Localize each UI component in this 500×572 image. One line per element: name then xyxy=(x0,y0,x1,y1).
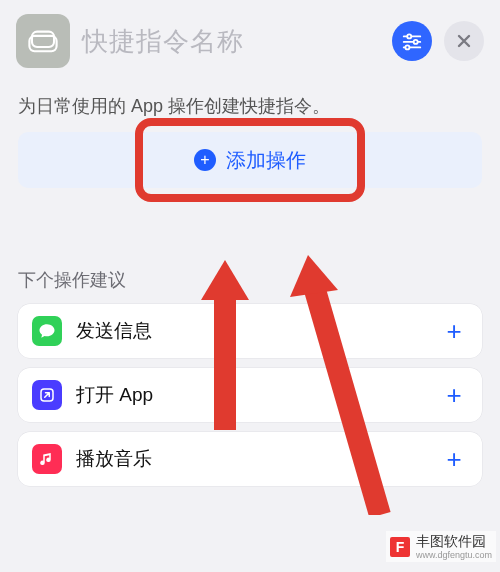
add-suggestion-button[interactable]: + xyxy=(440,317,468,345)
suggestion-label: 播放音乐 xyxy=(76,446,426,472)
suggestion-send-message[interactable]: 发送信息 + xyxy=(18,304,482,358)
page-subtitle: 为日常使用的 App 操作创建快捷指令。 xyxy=(0,86,500,132)
message-icon xyxy=(32,316,62,346)
add-action-label: 添加操作 xyxy=(226,147,306,174)
suggestion-label: 发送信息 xyxy=(76,318,426,344)
suggestion-open-app[interactable]: 打开 App + xyxy=(18,368,482,422)
suggestions-header: 下个操作建议 xyxy=(0,188,500,304)
close-icon xyxy=(456,33,472,49)
svg-point-3 xyxy=(407,34,411,38)
add-action-container: + 添加操作 xyxy=(18,132,482,188)
add-suggestion-button[interactable]: + xyxy=(440,445,468,473)
suggestion-play-music[interactable]: 播放音乐 + xyxy=(18,432,482,486)
svg-rect-0 xyxy=(29,36,56,51)
svg-rect-1 xyxy=(32,32,54,47)
svg-point-5 xyxy=(414,40,418,44)
suggestions-list: 发送信息 + 打开 App + 播放音乐 + xyxy=(0,304,500,486)
watermark-title: 丰图软件园 xyxy=(416,533,486,549)
plus-circle-icon: + xyxy=(194,149,216,171)
watermark-logo-icon: F xyxy=(390,537,410,557)
watermark-url: www.dgfengtu.com xyxy=(416,551,492,560)
shortcut-app-icon xyxy=(16,14,70,68)
settings-button[interactable] xyxy=(392,21,432,61)
add-action-button[interactable]: + 添加操作 xyxy=(194,147,306,174)
close-button[interactable] xyxy=(444,21,484,61)
shortcut-name-input[interactable]: 快捷指令名称 xyxy=(82,24,380,59)
svg-point-7 xyxy=(405,45,409,49)
sliders-icon xyxy=(401,30,423,52)
music-icon xyxy=(32,444,62,474)
stacked-tiles-icon xyxy=(26,24,60,58)
add-suggestion-button[interactable]: + xyxy=(440,381,468,409)
watermark: F 丰图软件园 www.dgfengtu.com xyxy=(386,531,496,562)
suggestion-label: 打开 App xyxy=(76,382,426,408)
open-app-icon xyxy=(32,380,62,410)
